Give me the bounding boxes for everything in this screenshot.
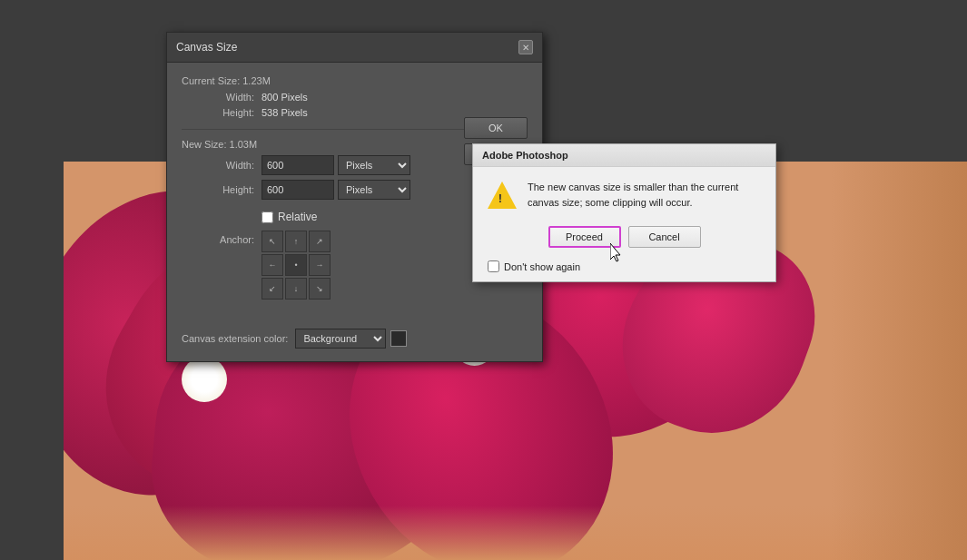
current-height-value: 538 Pixels: [261, 107, 308, 118]
anchor-bm[interactable]: ↓: [285, 278, 307, 300]
dont-show-label: Don't show again: [504, 261, 580, 272]
close-icon[interactable]: ✕: [518, 40, 533, 54]
anchor-bl[interactable]: ↙: [261, 278, 283, 300]
dialog-footer: Canvas extension color: Background Foreg…: [167, 321, 542, 361]
alert-title: Adobe Photoshop: [482, 150, 568, 161]
anchor-ml[interactable]: ←: [261, 254, 283, 276]
new-height-input[interactable]: [261, 180, 334, 200]
anchor-tm[interactable]: ↑: [285, 231, 307, 252]
ok-button[interactable]: OK: [464, 117, 528, 139]
relative-label: Relative: [278, 211, 317, 223]
alert-dialog: Adobe Photoshop ! The new canvas size is…: [472, 143, 776, 282]
current-size-label: Current Size: 1.23M: [182, 75, 528, 86]
anchor-label: Anchor:: [182, 231, 254, 245]
color-swatch[interactable]: [390, 330, 407, 347]
anchor-center[interactable]: •: [285, 254, 307, 276]
new-width-label: Width:: [182, 160, 254, 171]
alert-actions: Proceed Cancel: [473, 219, 775, 257]
anchor-mr[interactable]: →: [309, 254, 331, 276]
anchor-grid: ↖ ↑ ↗ ← • → ↙ ↓ ↘: [261, 231, 331, 300]
height-label: Height:: [182, 107, 254, 118]
width-label: Width:: [182, 92, 254, 103]
current-width-value: 800 Pixels: [261, 92, 308, 103]
extension-color-select[interactable]: Background Foreground White Black Other.…: [295, 329, 386, 349]
anchor-tr[interactable]: ↗: [309, 231, 331, 252]
height-unit-select[interactable]: Pixels Percent Inches: [338, 180, 410, 200]
proceed-button[interactable]: Proceed: [548, 226, 621, 248]
alert-cancel-button[interactable]: Cancel: [628, 226, 701, 248]
new-height-label: Height:: [182, 184, 254, 195]
extension-color-label: Canvas extension color:: [182, 333, 288, 344]
current-size-section: Current Size: 1.23M Width: 800 Pixels He…: [182, 75, 528, 118]
warning-icon: !: [488, 180, 517, 209]
dont-show-checkbox[interactable]: [488, 260, 499, 272]
canvas-dialog-title: Canvas Size: [176, 41, 237, 54]
alert-body: ! The new canvas size is smaller than th…: [473, 167, 775, 219]
width-unit-select[interactable]: Pixels Percent Inches: [338, 155, 410, 175]
alert-message: The new canvas size is smaller than the …: [528, 180, 761, 210]
alert-footer: Don't show again: [473, 257, 775, 281]
canvas-dialog-titlebar: Canvas Size ✕: [167, 33, 542, 63]
new-width-input[interactable]: [261, 155, 334, 175]
relative-checkbox[interactable]: [261, 211, 273, 223]
anchor-tl[interactable]: ↖: [261, 231, 283, 252]
alert-titlebar: Adobe Photoshop: [473, 144, 775, 167]
anchor-br[interactable]: ↘: [309, 278, 331, 300]
